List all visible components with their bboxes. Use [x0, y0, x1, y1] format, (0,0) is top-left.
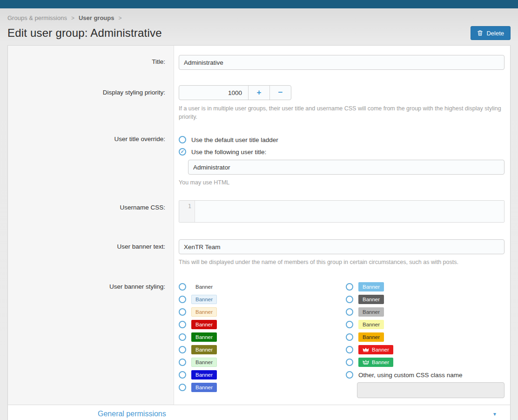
radio-unchecked-icon[interactable]: [179, 136, 186, 143]
radio-unchecked-icon[interactable]: [179, 283, 186, 291]
banner-preview[interactable]: Banner: [191, 345, 217, 355]
banner-option-custom-css[interactable]: Other, using custom CSS class name: [346, 369, 505, 381]
option-following-user-title[interactable]: Use the following user title:: [179, 147, 505, 156]
decrement-button[interactable]: −: [269, 86, 291, 100]
banner-option-wheat[interactable]: Banner: [179, 306, 346, 318]
radio-unchecked-icon[interactable]: [346, 308, 353, 316]
banner-options-right-column: Banner Banner Banner: [346, 281, 505, 398]
radio-unchecked-icon[interactable]: [346, 296, 353, 303]
user-title-override-row: User title override: Use the default use…: [8, 121, 510, 187]
banner-preview[interactable]: Banner: [191, 358, 217, 367]
banner-option-olive[interactable]: Banner: [179, 344, 346, 356]
radio-unchecked-icon[interactable]: [346, 283, 353, 291]
banner-option-none[interactable]: Banner: [179, 281, 346, 293]
banner-text-input[interactable]: [179, 239, 505, 254]
breadcrumb-separator-icon: >: [71, 15, 74, 21]
option-label: Use the default user title ladder: [191, 136, 278, 143]
username-css-label: Username CSS:: [8, 187, 174, 223]
banner-preview[interactable]: Banner: [191, 282, 217, 292]
banner-option-pale-green[interactable]: Banner: [179, 356, 346, 369]
title-label: Title:: [8, 46, 174, 70]
banner-preview[interactable]: Banner: [358, 295, 384, 305]
banner-option-sky-blue[interactable]: Banner: [346, 281, 505, 293]
banner-option-royal-blue[interactable]: Banner: [179, 381, 346, 394]
user-title-input[interactable]: [188, 160, 505, 175]
banner-preview[interactable]: Banner: [358, 307, 384, 317]
top-navigation-bar: [0, 0, 518, 8]
radio-unchecked-icon[interactable]: [179, 359, 186, 366]
radio-unchecked-icon[interactable]: [179, 308, 186, 316]
banner-preview[interactable]: Banner: [191, 307, 217, 317]
page-header: Edit user group: Administrative Delete: [7, 26, 511, 40]
delete-button[interactable]: Delete: [471, 26, 511, 40]
banner-option-staff-green[interactable]: Banner: [346, 356, 505, 369]
priority-explanation: If a user is in multiple user groups, th…: [179, 104, 502, 121]
banner-option-amber[interactable]: Banner: [346, 331, 505, 344]
banner-option-staff-red[interactable]: Banner: [346, 344, 505, 356]
radio-unchecked-icon[interactable]: [346, 333, 353, 341]
banner-preview[interactable]: Banner: [358, 282, 384, 292]
banner-option-light-blue[interactable]: Banner: [179, 293, 346, 306]
banner-styling-label: User banner styling:: [8, 267, 174, 405]
breadcrumb-groups-permissions[interactable]: Groups & permissions: [7, 14, 67, 21]
banner-preview[interactable]: Banner: [358, 358, 393, 367]
radio-unchecked-icon[interactable]: [346, 359, 353, 366]
option-default-title-ladder[interactable]: Use the default user title ladder: [179, 135, 505, 144]
banner-preview[interactable]: Banner: [358, 345, 393, 355]
delete-button-label: Delete: [486, 30, 504, 37]
breadcrumb-separator-icon: >: [118, 15, 121, 21]
page-title: Edit user group: Administrative: [7, 27, 162, 40]
banner-preview-label: Banner: [372, 359, 389, 366]
trash-icon: [477, 30, 483, 36]
banner-preview[interactable]: Banner: [191, 320, 217, 330]
radio-unchecked-icon[interactable]: [179, 384, 186, 391]
banner-options-left-column: Banner Banner Banner: [179, 281, 346, 398]
banner-preview[interactable]: Banner: [191, 383, 217, 393]
title-input[interactable]: [179, 55, 505, 70]
custom-css-class-input[interactable]: [357, 382, 505, 398]
breadcrumb-user-groups[interactable]: User groups: [79, 14, 114, 21]
radio-unchecked-icon[interactable]: [346, 346, 353, 353]
user-title-override-label: User title override:: [8, 121, 174, 187]
banner-preview[interactable]: Banner: [358, 332, 384, 342]
line-number-gutter: 1: [179, 201, 195, 222]
banner-preview[interactable]: Banner: [358, 320, 384, 330]
crown-icon: [363, 347, 369, 352]
radio-unchecked-icon[interactable]: [346, 321, 353, 328]
banner-option-silver[interactable]: Banner: [346, 306, 505, 318]
banner-option-light-yellow[interactable]: Banner: [346, 318, 505, 331]
banner-preview-label: Banner: [372, 346, 389, 353]
breadcrumb: Groups & permissions > User groups >: [7, 14, 511, 21]
radio-unchecked-icon[interactable]: [179, 296, 186, 303]
user-group-form: Title: Display styling priority: + − If …: [7, 45, 511, 420]
banner-text-row: User banner text: This will be displayed…: [8, 223, 510, 266]
banner-styling-row: User banner styling: Banner Banner: [8, 267, 510, 405]
radio-checked-icon[interactable]: [179, 148, 186, 156]
css-code-editor: 1: [179, 200, 505, 223]
banner-preview[interactable]: Banner: [191, 295, 217, 305]
radio-unchecked-icon[interactable]: [346, 371, 353, 379]
radio-unchecked-icon[interactable]: [179, 321, 186, 328]
general-permissions-section-toggle[interactable]: General permissions ▼: [8, 405, 510, 420]
banner-option-red[interactable]: Banner: [179, 318, 346, 331]
crown-icon: [363, 360, 369, 365]
banner-option-navy-blue[interactable]: Banner: [179, 369, 346, 381]
display-priority-label: Display styling priority:: [8, 70, 174, 121]
increment-button[interactable]: +: [248, 86, 269, 100]
radio-unchecked-icon[interactable]: [179, 346, 186, 353]
banner-text-hint: This will be displayed under the name of…: [179, 258, 505, 266]
chevron-down-icon: ▼: [492, 412, 497, 417]
radio-unchecked-icon[interactable]: [179, 371, 186, 379]
banner-option-dark-green[interactable]: Banner: [179, 331, 346, 344]
banner-option-dark-gray[interactable]: Banner: [346, 293, 505, 306]
user-title-hint: You may use HTML: [179, 178, 505, 187]
banner-preview[interactable]: Banner: [191, 332, 217, 342]
username-css-row: Username CSS: 1: [8, 187, 510, 223]
radio-unchecked-icon[interactable]: [179, 333, 186, 341]
display-priority-row: Display styling priority: + − If a user …: [8, 70, 510, 121]
custom-css-option-label: Other, using custom CSS class name: [358, 372, 463, 379]
section-title: General permissions: [98, 410, 166, 418]
banner-preview[interactable]: Banner: [191, 370, 217, 380]
priority-input[interactable]: [179, 86, 248, 100]
css-code-input[interactable]: [195, 201, 504, 222]
